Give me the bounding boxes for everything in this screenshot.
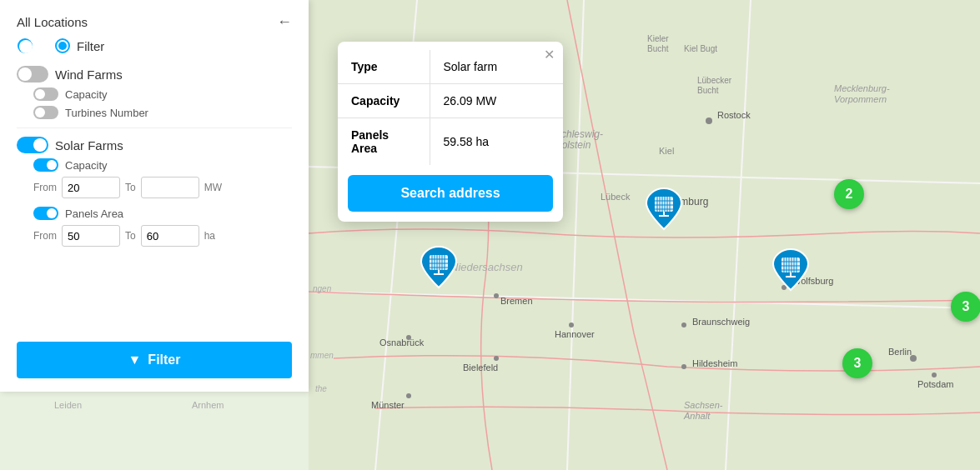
filter-funnel-icon: ▼ (128, 352, 142, 368)
svg-text:Münster: Münster (371, 400, 405, 410)
cluster-marker-3b[interactable]: 3 (842, 348, 872, 378)
popup-close-button[interactable]: ✕ (544, 48, 555, 62)
svg-text:Braunschweig: Braunschweig (692, 317, 750, 327)
svg-text:Bucht: Bucht (647, 44, 669, 53)
svg-text:Mecklenburg-: Mecklenburg- (834, 83, 890, 93)
svg-point-16 (494, 293, 499, 298)
search-address-button[interactable]: Search address (348, 175, 553, 212)
cluster-marker-2[interactable]: 2 (834, 179, 864, 209)
svg-text:ngen: ngen (313, 284, 332, 293)
svg-text:the: the (315, 384, 327, 393)
solar-capacity-toggle[interactable] (33, 158, 58, 172)
popup-capacity-row: Capacity 26.09 MW (338, 84, 563, 118)
solar-farms-toggle[interactable] (17, 137, 48, 153)
capacity-range-row: From To MW (33, 177, 292, 198)
svg-text:Rostock: Rostock (717, 110, 751, 120)
panels-unit: ha (204, 230, 215, 242)
svg-text:Osnabrück: Osnabrück (379, 338, 425, 348)
turbines-label: Turbines Number (65, 107, 148, 119)
filter-radio-icon (55, 38, 70, 53)
cluster-2-label: 2 (846, 187, 853, 202)
popup-table: Type Solar farm Capacity 26.09 MW Panels… (338, 50, 563, 165)
popup-capacity-label: Capacity (338, 84, 430, 118)
filter-radio (17, 38, 48, 54)
popup-type-row: Type Solar farm (338, 50, 563, 84)
filter-button-label: Filter (148, 352, 180, 368)
sidebar: All Locations ← Filter Wind Farms Capaci… (0, 0, 309, 392)
svg-point-28 (932, 372, 937, 378)
filter-button[interactable]: ▼ Filter (17, 342, 292, 378)
panels-to-label: To (125, 230, 136, 242)
panels-to-input[interactable] (141, 225, 199, 247)
type-label: Type (338, 50, 430, 84)
svg-text:Bielefeld: Bielefeld (463, 362, 498, 372)
svg-text:Berlin: Berlin (888, 347, 912, 357)
wind-farms-toggle[interactable] (17, 66, 48, 82)
type-value: Solar farm (430, 50, 563, 84)
panels-from-label: From (33, 230, 57, 242)
back-arrow-icon[interactable]: ← (277, 13, 292, 31)
wind-capacity-label: Capacity (65, 88, 108, 101)
svg-point-24 (706, 118, 712, 124)
panels-area-toggle[interactable] (33, 207, 58, 220)
turbines-toggle[interactable] (33, 106, 58, 119)
svg-text:Hildesheim: Hildesheim (692, 358, 737, 368)
solar-marker-2[interactable] (420, 246, 458, 292)
svg-text:Hannover: Hannover (555, 329, 595, 339)
panels-from-input[interactable] (62, 225, 120, 247)
svg-text:Potsdam: Potsdam (917, 379, 953, 389)
svg-text:Lübeck: Lübeck (601, 192, 631, 202)
filter-label: Filter (77, 39, 104, 53)
svg-text:Bremen: Bremen (500, 296, 533, 306)
svg-point-22 (406, 393, 411, 398)
svg-point-10 (569, 322, 574, 328)
capacity-from-label: From (33, 182, 57, 193)
svg-point-18 (494, 356, 499, 361)
solar-capacity-label: Capacity (65, 159, 108, 172)
svg-text:Anhalt: Anhalt (683, 411, 711, 421)
popup-panels-value: 59.58 ha (430, 118, 563, 166)
solar-farms-label: Solar Farms (55, 138, 123, 152)
all-locations-link[interactable]: All Locations (17, 15, 88, 29)
svg-text:Vorpommern: Vorpommern (834, 94, 887, 104)
panels-area-label: Panels Area (65, 208, 123, 220)
wind-capacity-toggle[interactable] (33, 88, 58, 101)
svg-text:Kieler: Kieler (647, 34, 669, 43)
popup-panels-label: Panels Area (338, 118, 430, 166)
svg-text:Kiel: Kiel (659, 146, 674, 156)
solar-marker-3[interactable] (771, 248, 810, 295)
svg-text:Sachsen-: Sachsen- (684, 400, 723, 410)
svg-point-14 (681, 364, 686, 369)
popup-capacity-value: 26.09 MW (430, 84, 563, 118)
cluster-marker-3a[interactable]: 3 (951, 292, 980, 322)
popup-card: ✕ Type Solar farm Capacity 26.09 MW Pane… (338, 42, 563, 222)
solar-marker-1[interactable] (645, 188, 683, 234)
svg-text:Bucht: Bucht (697, 86, 719, 95)
capacity-to-label: To (125, 182, 136, 193)
capacity-to-input[interactable] (141, 177, 199, 198)
svg-point-55 (58, 42, 67, 50)
svg-text:Lübecker: Lübecker (697, 76, 732, 85)
svg-text:Kiel Bugt: Kiel Bugt (684, 44, 717, 53)
capacity-from-input[interactable] (62, 177, 120, 198)
svg-text:mmen: mmen (310, 351, 334, 360)
capacity-unit: MW (204, 182, 222, 193)
wind-farms-label: Wind Farms (55, 68, 123, 82)
svg-text:Niedersachsen: Niedersachsen (450, 261, 523, 273)
cluster-3a-label: 3 (962, 299, 970, 314)
cluster-3b-label: 3 (854, 356, 862, 371)
svg-point-12 (681, 322, 686, 328)
svg-text:Leiden: Leiden (54, 400, 82, 410)
svg-text:Arnhem: Arnhem (192, 400, 224, 410)
panels-range-row: From To ha (33, 225, 292, 247)
popup-panels-row: Panels Area 59.58 ha (338, 118, 563, 166)
